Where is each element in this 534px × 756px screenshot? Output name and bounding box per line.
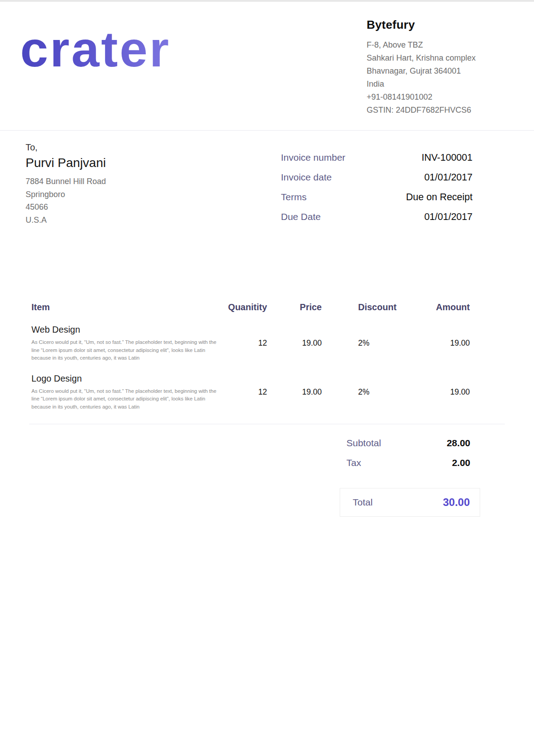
- item-price: 19.00: [267, 387, 322, 397]
- terms-row: Terms Due on Receipt: [281, 192, 473, 203]
- terms-value: Due on Receipt: [406, 192, 473, 203]
- tax-value: 2.00: [452, 457, 470, 468]
- item-description: As Cicero would put it, “Um, not so fast…: [31, 387, 219, 411]
- item-cell: Web Design As Cicero would put it, “Um, …: [31, 325, 220, 362]
- customer-address-line: Springboro: [26, 188, 106, 201]
- bill-to-label: To,: [26, 142, 106, 153]
- company-address-line: India: [367, 78, 476, 91]
- column-header-price: Price: [267, 302, 322, 312]
- column-header-amount: Amount: [416, 302, 470, 312]
- bill-to-block: To, Purvi Panjvani 7884 Bunnel Hill Road…: [26, 142, 106, 231]
- column-header-item: Item: [31, 302, 220, 312]
- crater-logo: crater: [20, 24, 171, 75]
- invoice-date-label: Invoice date: [281, 172, 332, 183]
- item-name: Logo Design: [31, 374, 220, 384]
- company-address-line: Sahkari Hart, Krishna complex: [367, 52, 476, 65]
- customer-address-line: U.S.A: [26, 214, 106, 227]
- total-box: Total 30.00: [340, 488, 480, 517]
- due-date-row: Due Date 01/01/2017: [281, 211, 473, 223]
- totals-section: Subtotal 28.00 Tax 2.00 Total 30.00: [340, 438, 480, 517]
- table-row: Logo Design As Cicero would put it, “Um,…: [31, 374, 470, 411]
- item-price: 19.00: [267, 338, 322, 348]
- tax-row: Tax 2.00: [340, 457, 480, 468]
- invoice-meta: Invoice number INV-100001 Invoice date 0…: [281, 152, 473, 231]
- invoice-number-value: INV-100001: [421, 152, 473, 163]
- billing-section: To, Purvi Panjvani 7884 Bunnel Hill Road…: [0, 131, 534, 231]
- column-header-quantity: Quanitity: [220, 302, 267, 312]
- item-cell: Logo Design As Cicero would put it, “Um,…: [31, 374, 220, 411]
- invoice-date-row: Invoice date 01/01/2017: [281, 172, 473, 183]
- items-table: Item Quanitity Price Discount Amount Web…: [31, 302, 470, 424]
- total-label: Total: [353, 497, 372, 508]
- terms-label: Terms: [281, 192, 306, 202]
- customer-name: Purvi Panjvani: [26, 156, 106, 170]
- item-quantity: 12: [220, 387, 267, 397]
- table-row: Web Design As Cicero would put it, “Um, …: [31, 325, 470, 362]
- company-address-line: F-8, Above TBZ: [367, 39, 476, 52]
- subtotal-label: Subtotal: [346, 438, 381, 448]
- item-amount: 19.00: [416, 338, 470, 348]
- item-discount: 2%: [322, 387, 416, 397]
- invoice-number-label: Invoice number: [281, 152, 346, 163]
- company-info: Bytefury F-8, Above TBZ Sahkari Hart, Kr…: [367, 18, 476, 117]
- subtotal-row: Subtotal 28.00: [340, 438, 480, 448]
- item-discount: 2%: [322, 338, 416, 348]
- due-date-value: 01/01/2017: [424, 211, 473, 223]
- customer-address-line: 7884 Bunnel Hill Road: [26, 175, 106, 188]
- invoice-number-row: Invoice number INV-100001: [281, 152, 473, 163]
- item-quantity: 12: [220, 338, 267, 348]
- item-description: As Cicero would put it, “Um, not so fast…: [31, 338, 219, 362]
- item-amount: 19.00: [416, 387, 470, 397]
- invoice-header: crater Bytefury F-8, Above TBZ Sahkari H…: [0, 2, 534, 131]
- invoice-date-value: 01/01/2017: [424, 172, 473, 183]
- company-phone: +91-08141901002: [367, 91, 476, 104]
- column-header-discount: Discount: [322, 302, 416, 312]
- company-gstin: GSTIN: 24DDF7682FHVCS6: [367, 104, 476, 117]
- company-address-line: Bhavnagar, Gujrat 364001: [367, 65, 476, 78]
- due-date-label: Due Date: [281, 211, 321, 222]
- total-value: 30.00: [443, 496, 470, 509]
- customer-address-line: 45066: [26, 201, 106, 214]
- item-name: Web Design: [31, 325, 220, 335]
- subtotal-value: 28.00: [446, 438, 470, 448]
- items-table-header: Item Quanitity Price Discount Amount: [31, 302, 470, 312]
- table-divider: [29, 424, 505, 424]
- company-name: Bytefury: [367, 18, 476, 32]
- tax-label: Tax: [346, 457, 361, 468]
